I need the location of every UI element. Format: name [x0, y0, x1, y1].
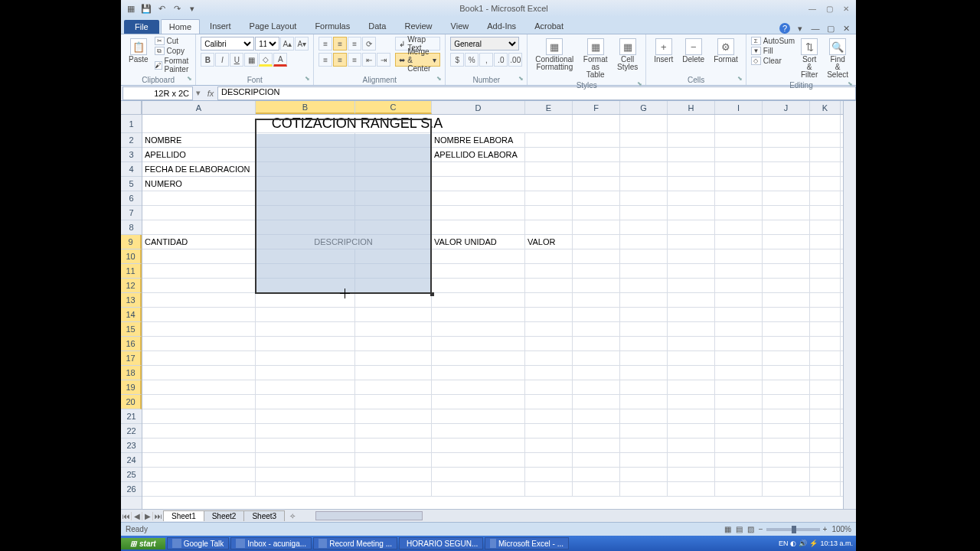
row-header[interactable]: 12	[121, 279, 142, 293]
cell[interactable]	[256, 308, 355, 321]
cell[interactable]	[573, 133, 620, 147]
cell-styles-button[interactable]: ▦Cell Styles	[614, 37, 641, 73]
cell[interactable]	[256, 177, 355, 191]
tab-insert[interactable]: Insert	[201, 18, 240, 34]
cell[interactable]	[573, 206, 620, 220]
cell[interactable]	[763, 249, 810, 263]
fill-color-button[interactable]: ◇	[259, 53, 273, 67]
cell[interactable]	[810, 395, 841, 409]
tray-icon[interactable]: ◐	[790, 540, 796, 547]
cell[interactable]	[432, 453, 525, 467]
cell[interactable]	[715, 191, 763, 205]
view-layout-icon[interactable]: ▤	[736, 525, 743, 533]
cell[interactable]	[668, 133, 715, 147]
clear-button[interactable]: ◇Clear	[751, 57, 795, 65]
zoom-out-icon[interactable]: −	[759, 525, 763, 533]
cell[interactable]	[256, 249, 355, 263]
cell[interactable]: DESCRIPCION	[256, 235, 432, 249]
cell[interactable]	[525, 337, 573, 350]
fx-icon[interactable]: fx	[204, 89, 217, 98]
delete-button[interactable]: −Delete	[679, 37, 707, 65]
cell[interactable]	[432, 351, 525, 365]
cell[interactable]: VALOR	[525, 235, 573, 249]
minimize-ribbon-icon[interactable]: ▾	[795, 23, 805, 34]
cell[interactable]	[142, 279, 256, 292]
cell[interactable]	[620, 351, 668, 365]
cell[interactable]	[715, 133, 763, 147]
cell[interactable]	[620, 482, 668, 496]
cell[interactable]	[620, 177, 668, 191]
cell[interactable]	[432, 468, 525, 481]
cell[interactable]	[355, 162, 432, 176]
cell[interactable]	[715, 220, 763, 234]
cell[interactable]	[432, 279, 525, 292]
cell[interactable]	[668, 206, 715, 220]
cell[interactable]	[763, 177, 810, 191]
column-headers[interactable]: ABCDEFGHIJK	[142, 101, 843, 115]
cell[interactable]	[525, 249, 573, 263]
cell[interactable]	[256, 337, 355, 350]
cell[interactable]	[810, 439, 841, 452]
paste-button[interactable]: 📋Paste	[126, 37, 152, 65]
row-header[interactable]: 11	[121, 264, 142, 279]
indent-inc-icon[interactable]: ⇥	[377, 53, 390, 67]
cell[interactable]	[573, 409, 620, 423]
cell[interactable]	[355, 293, 432, 307]
cell[interactable]	[668, 453, 715, 467]
redo-icon[interactable]: ↷	[172, 3, 182, 14]
cell[interactable]	[620, 424, 668, 438]
cell[interactable]	[355, 482, 432, 496]
border-button[interactable]: ▦	[244, 53, 258, 67]
row-header[interactable]: 6	[121, 191, 142, 206]
taskbar-button[interactable]: Inbox - acuniga...	[230, 537, 312, 549]
cell[interactable]: FECHA DE ELABORACION	[142, 162, 256, 176]
cell[interactable]	[763, 351, 810, 365]
cell[interactable]	[525, 366, 573, 380]
save-icon[interactable]: 💾	[141, 3, 152, 14]
cell[interactable]	[432, 249, 525, 263]
cell[interactable]	[668, 115, 715, 132]
cell[interactable]	[668, 351, 715, 365]
cell[interactable]	[668, 468, 715, 481]
cell[interactable]	[763, 235, 810, 249]
cell[interactable]	[715, 366, 763, 380]
tab-review[interactable]: Review	[396, 18, 440, 34]
cell[interactable]	[525, 395, 573, 409]
row-header[interactable]: 25	[121, 468, 142, 482]
view-pagebreak-icon[interactable]: ▧	[747, 525, 754, 533]
cell[interactable]	[810, 191, 841, 205]
column-header[interactable]: D	[432, 101, 525, 114]
cell[interactable]	[810, 308, 841, 321]
row-header[interactable]: 18	[121, 366, 142, 380]
sheet-tab[interactable]: Sheet3	[243, 510, 285, 521]
cell[interactable]	[715, 115, 763, 132]
cell[interactable]	[142, 206, 256, 220]
cell[interactable]	[763, 279, 810, 292]
cell[interactable]	[525, 439, 573, 452]
row-header[interactable]: 19	[121, 380, 142, 395]
cell[interactable]	[763, 220, 810, 234]
cell[interactable]	[432, 409, 525, 423]
align-bottom-icon[interactable]: ≡	[348, 37, 361, 51]
cell[interactable]	[620, 293, 668, 307]
column-header[interactable]: J	[763, 101, 810, 114]
cell[interactable]	[355, 337, 432, 350]
cell[interactable]	[715, 453, 763, 467]
cell[interactable]	[142, 439, 256, 452]
cell[interactable]	[668, 424, 715, 438]
cell[interactable]	[525, 380, 573, 394]
cell[interactable]	[763, 115, 810, 132]
cell[interactable]	[355, 308, 432, 321]
cell[interactable]	[810, 220, 841, 234]
cell[interactable]	[763, 162, 810, 176]
cell[interactable]	[573, 279, 620, 292]
cell[interactable]	[525, 133, 573, 147]
cell[interactable]	[573, 162, 620, 176]
cell[interactable]	[432, 177, 525, 191]
cell[interactable]	[432, 366, 525, 380]
decrease-decimal-icon[interactable]: .00	[508, 53, 522, 67]
cell[interactable]	[763, 482, 810, 496]
cell[interactable]	[256, 366, 355, 380]
cell[interactable]	[620, 322, 668, 336]
cell[interactable]	[256, 409, 355, 423]
